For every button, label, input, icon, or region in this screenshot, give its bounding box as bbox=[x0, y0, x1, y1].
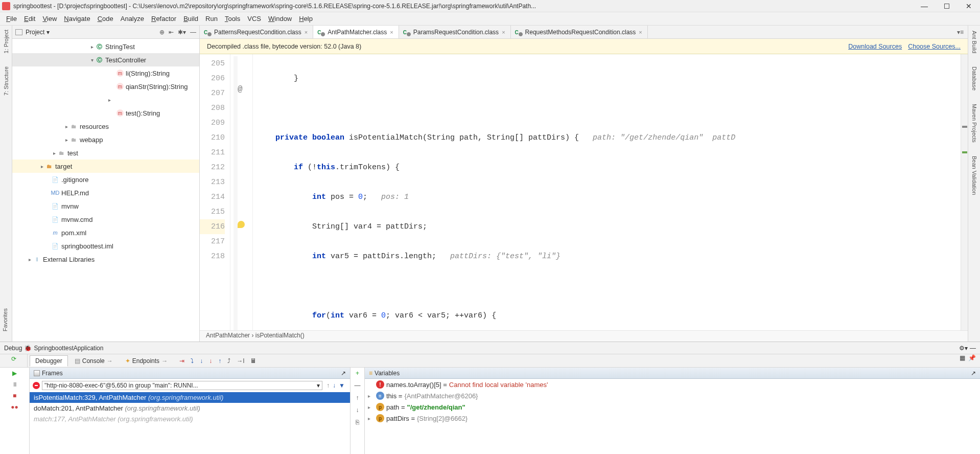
endpoints-tab[interactable]: ✦Endpoints→ bbox=[120, 355, 173, 367]
variable-row[interactable]: ▸≡this = {AntPathMatcher@6206} bbox=[365, 390, 980, 401]
override-icon[interactable]: @ bbox=[238, 85, 243, 94]
tree-m-li[interactable]: li(String):String bbox=[126, 70, 170, 77]
settings-icon[interactable]: ✱▾ bbox=[178, 29, 186, 36]
tree-iml[interactable]: springboottest.iml bbox=[61, 242, 113, 250]
rail-ant-build[interactable]: Ant Build bbox=[971, 29, 977, 55]
menu-code[interactable]: Code bbox=[95, 14, 116, 24]
menu-navigate[interactable]: Navigate bbox=[61, 14, 93, 24]
remove-watch-icon[interactable]: — bbox=[355, 382, 361, 389]
minimize-button[interactable]: — bbox=[918, 2, 931, 10]
line-gutter[interactable]: 2052062072082092102112122132142152162172… bbox=[200, 54, 230, 330]
evaluate-icon[interactable]: 🖩 bbox=[250, 357, 256, 365]
menu-refactor[interactable]: Refactor bbox=[148, 14, 179, 24]
debug-config[interactable]: SpringboottestApplication bbox=[34, 345, 103, 352]
hide-icon[interactable]: — bbox=[190, 29, 196, 36]
tab-patterns[interactable]: PatternsRequestCondition.class× bbox=[200, 26, 313, 38]
stop-icon[interactable]: ■ bbox=[13, 392, 16, 399]
variable-row[interactable]: ▸path = "/get/zhende/qian" bbox=[365, 401, 980, 413]
debugger-tab[interactable]: Debugger bbox=[30, 355, 68, 367]
tree-help[interactable]: HELP.md bbox=[61, 189, 89, 197]
tree-stringtest[interactable]: StringTest bbox=[105, 43, 135, 51]
bulb-icon[interactable] bbox=[238, 221, 245, 228]
layout-icon[interactable]: ▦ bbox=[960, 354, 965, 367]
menu-tools[interactable]: Tools bbox=[222, 14, 243, 24]
thread-select[interactable]: "http-nio-8080-exec-6"@5,650 in group "m… bbox=[42, 381, 322, 390]
pause-icon[interactable]: ⏸ bbox=[12, 381, 18, 388]
code-editor[interactable]: } private boolean isPotentialMatch(Strin… bbox=[253, 54, 961, 330]
download-sources-link[interactable]: Download Sources bbox=[848, 43, 902, 50]
tree-webapp[interactable]: webapp bbox=[80, 136, 103, 144]
tab-params[interactable]: ParamsRequestCondition.class× bbox=[399, 26, 511, 38]
add-watch-icon[interactable]: + bbox=[356, 370, 359, 377]
menu-window[interactable]: Window bbox=[265, 14, 295, 24]
tab-requestmethods[interactable]: RequestMethodsRequestCondition.class× bbox=[511, 26, 648, 38]
copy-icon[interactable]: ⎘ bbox=[356, 419, 359, 426]
editor-breadcrumb[interactable]: AntPathMatcher › isPotentialMatch() bbox=[200, 330, 968, 342]
run-to-cursor-icon[interactable]: →I bbox=[237, 357, 244, 365]
filter-icon[interactable]: ▼ bbox=[339, 382, 345, 389]
step-over-icon[interactable]: ⤵ bbox=[191, 357, 194, 365]
menu-help[interactable]: Help bbox=[296, 14, 316, 24]
tree-external-libraries[interactable]: External Libraries bbox=[43, 256, 95, 263]
drop-frame-icon[interactable]: ⤴ bbox=[227, 357, 230, 365]
frames-restore-icon[interactable]: ↗ bbox=[341, 370, 346, 377]
resume-icon[interactable]: ▶ bbox=[12, 370, 17, 377]
tree-testcontroller[interactable]: TestController bbox=[105, 56, 146, 64]
stack-frame[interactable]: doMatch:201, AntPathMatcher (org.springf… bbox=[30, 403, 350, 414]
down-icon[interactable]: ↓ bbox=[356, 406, 359, 414]
rail-database[interactable]: Database bbox=[971, 64, 977, 93]
close-icon[interactable]: × bbox=[639, 29, 642, 35]
close-icon[interactable]: × bbox=[502, 29, 505, 35]
tree-m-qianstr[interactable]: qianStr(String):String bbox=[126, 83, 188, 90]
project-tree[interactable]: ▸ⒸStringTest ▾ⒸTestController mli(String… bbox=[12, 39, 199, 342]
prev-frame-icon[interactable]: ↑ bbox=[326, 382, 330, 389]
maximize-button[interactable] bbox=[941, 2, 952, 10]
tree-mvnwcmd[interactable]: mvnw.cmd bbox=[61, 216, 92, 223]
tabs-more-icon[interactable]: ▾≡ bbox=[953, 29, 968, 36]
tree-pom[interactable]: pom.xml bbox=[61, 229, 86, 237]
menu-vcs[interactable]: VCS bbox=[244, 14, 264, 24]
rail-structure[interactable]: 7: Structure bbox=[3, 64, 9, 98]
show-execution-icon[interactable]: ⇥ bbox=[179, 357, 184, 365]
menu-edit[interactable]: Edit bbox=[21, 14, 38, 24]
rail-bean-validation[interactable]: Bean Validation bbox=[971, 154, 977, 197]
tab-antpathmatcher[interactable]: AntPathMatcher.class× bbox=[313, 26, 399, 38]
pin-icon[interactable]: 📌 bbox=[968, 354, 976, 367]
console-tab[interactable]: ▤Console→ bbox=[69, 355, 119, 367]
variable-row[interactable]: !names.toArray()[5] = Cannot find local … bbox=[365, 379, 980, 390]
project-dropdown[interactable]: Project ▾ bbox=[26, 29, 50, 36]
collapse-icon[interactable]: ⇤ bbox=[169, 29, 174, 36]
menu-file[interactable]: File bbox=[3, 14, 20, 24]
locate-icon[interactable]: ⊕ bbox=[159, 29, 165, 36]
close-button[interactable]: ✕ bbox=[963, 2, 975, 10]
stack-frame[interactable]: isPotentialMatch:329, AntPathMatcher (or… bbox=[30, 392, 350, 403]
stack-frame[interactable]: match:177, AntPathMatcher (org.springfra… bbox=[30, 414, 350, 424]
tree-m-test[interactable]: test():String bbox=[126, 109, 160, 117]
debug-label[interactable]: Debug bbox=[4, 345, 22, 352]
tree-resources[interactable]: resources bbox=[80, 123, 109, 130]
rail-project[interactable]: 1: Project bbox=[3, 28, 9, 55]
debug-hide-icon[interactable]: — bbox=[970, 345, 976, 352]
view-breakpoints-icon[interactable]: ●● bbox=[11, 403, 18, 411]
rail-maven[interactable]: Maven Projects bbox=[971, 102, 977, 145]
scroll-map[interactable] bbox=[961, 54, 968, 330]
force-step-into-icon[interactable]: ↓ bbox=[209, 357, 212, 365]
variable-row[interactable]: ▸pattDirs = {String[2]@6662} bbox=[365, 413, 980, 424]
tree-target[interactable]: target bbox=[55, 163, 72, 170]
close-icon[interactable]: × bbox=[305, 29, 308, 35]
menu-analyze[interactable]: Analyze bbox=[118, 14, 147, 24]
rerun-icon[interactable]: ⟳ bbox=[11, 355, 16, 362]
tree-mvnw[interactable]: mvnw bbox=[61, 202, 79, 210]
menu-run[interactable]: Run bbox=[202, 14, 221, 24]
menu-view[interactable]: View bbox=[39, 14, 60, 24]
menu-build[interactable]: Build bbox=[180, 14, 201, 24]
choose-sources-link[interactable]: Choose Sources... bbox=[908, 43, 961, 50]
vars-restore-icon[interactable]: ↗ bbox=[971, 370, 976, 377]
next-frame-icon[interactable]: ↓ bbox=[333, 382, 336, 389]
tree-gitignore[interactable]: .gitignore bbox=[61, 176, 88, 184]
step-into-icon[interactable]: ↓ bbox=[200, 357, 203, 365]
step-out-icon[interactable]: ↑ bbox=[218, 357, 221, 365]
close-icon[interactable]: × bbox=[390, 29, 393, 35]
rail-favorites[interactable]: Favorites bbox=[2, 308, 8, 331]
up-icon[interactable]: ↑ bbox=[356, 394, 359, 401]
